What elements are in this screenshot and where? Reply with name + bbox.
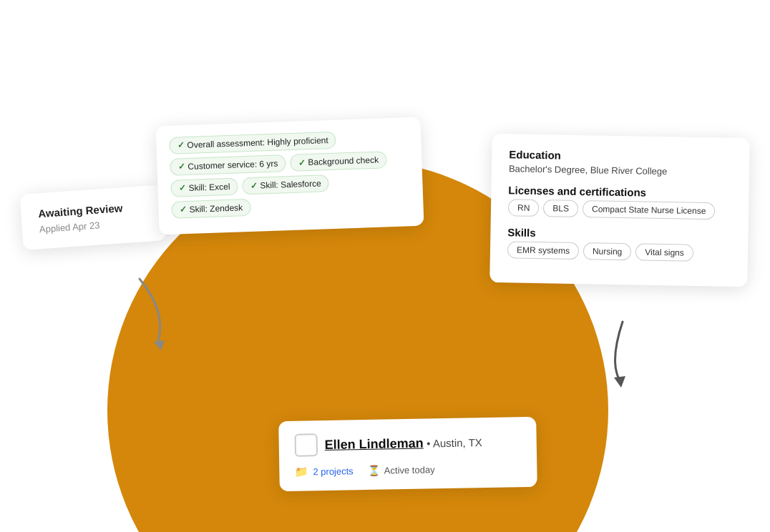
ellen-card[interactable]: Ellen Lindleman • Austin, TX 📁 2 project… — [278, 417, 537, 491]
badge-rn: RN — [508, 199, 540, 217]
ellen-meta: 📁 2 projects ⏳ Active today — [295, 461, 521, 478]
check-icon: ✓ — [179, 205, 186, 215]
skills-checks-card: ✓ Overall assessment: Highly proficient … — [155, 117, 424, 235]
badge-label-assessment: Overall assessment: Highly proficient — [187, 135, 328, 150]
badge-label-background: Background check — [308, 155, 379, 167]
check-badge-excel: ✓ Skill: Excel — [170, 178, 238, 197]
licenses-title: Licenses and certifications — [508, 184, 731, 200]
check-badge-background: ✓ Background check — [290, 151, 386, 172]
projects-count: 2 projects — [313, 466, 354, 477]
licenses-badges: RN BLS Compact State Nurse License — [508, 199, 731, 220]
ellen-active: ⏳ Active today — [368, 463, 435, 476]
check-badge-zendesk: ✓ Skill: Zendesk — [171, 199, 250, 219]
skills-title: Skills — [507, 226, 731, 242]
education-value: Bachelor's Degree, Blue River College — [509, 163, 732, 177]
applied-date: Applied Apr 23 — [39, 217, 148, 235]
badge-emr: EMR systems — [507, 241, 579, 260]
check-row-1: ✓ Overall assessment: Highly proficient — [169, 129, 409, 154]
badge-vital: Vital signs — [635, 243, 693, 261]
check-icon: ✓ — [177, 140, 184, 150]
ellen-header: Ellen Lindleman • Austin, TX — [294, 430, 521, 457]
ellen-projects[interactable]: 📁 2 projects — [295, 464, 354, 478]
education-title: Education — [509, 148, 732, 164]
check-icon: ✓ — [250, 181, 257, 191]
awaiting-status: Awaiting Review — [38, 200, 147, 220]
education-card: Education Bachelor's Degree, Blue River … — [489, 134, 750, 287]
badge-label-zendesk: Skill: Zendesk — [189, 202, 243, 215]
check-badge-salesforce: ✓ Skill: Salesforce — [242, 174, 329, 194]
badge-label-excel: Skill: Excel — [188, 182, 230, 193]
badge-label-customer: Customer service: 6 yrs — [187, 159, 278, 172]
check-badge-customer: ✓ Customer service: 6 yrs — [170, 154, 286, 176]
svg-marker-1 — [614, 376, 625, 388]
ellen-avatar — [294, 433, 318, 457]
badge-label-salesforce: Skill: Salesforce — [260, 178, 321, 190]
badge-bls: BLS — [543, 200, 578, 217]
ellen-name[interactable]: Ellen Lindleman — [325, 435, 424, 451]
check-row-2: ✓ Customer service: 6 yrs ✓ Background c… — [170, 150, 409, 176]
badge-nursing: Nursing — [583, 242, 632, 260]
folder-icon: 📁 — [295, 465, 308, 478]
hourglass-icon: ⏳ — [368, 465, 380, 476]
check-icon: ✓ — [178, 183, 185, 193]
check-badge-assessment: ✓ Overall assessment: Highly proficient — [169, 132, 336, 154]
active-status: Active today — [384, 464, 435, 476]
badge-compact: Compact State Nurse License — [583, 200, 716, 220]
check-row-3: ✓ Skill: Excel ✓ Skill: Salesforce ✓ Ski… — [170, 172, 411, 219]
check-icon: ✓ — [177, 162, 185, 172]
awaiting-review-card: Awaiting Review Applied Apr 23 — [20, 184, 167, 250]
check-icon: ✓ — [298, 157, 305, 167]
ellen-location: • Austin, TX — [427, 436, 482, 449]
ellen-name-location: Ellen Lindleman • Austin, TX — [325, 435, 482, 453]
skills-badges: EMR systems Nursing Vital signs — [507, 241, 731, 262]
